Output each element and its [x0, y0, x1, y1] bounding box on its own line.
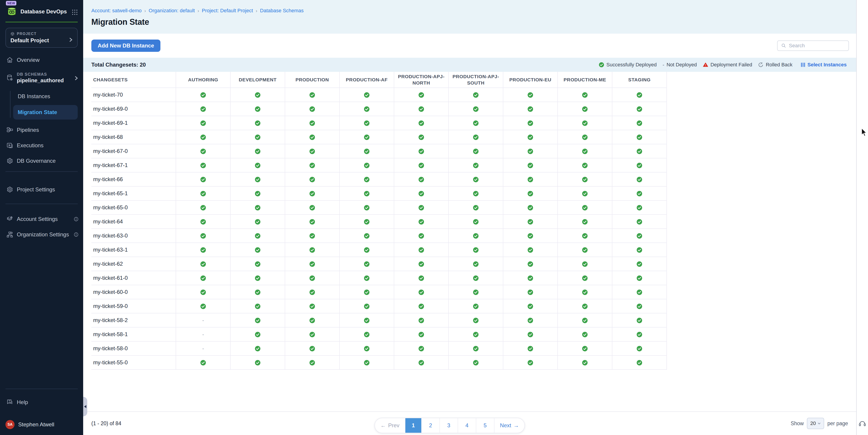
legend-bar: Total Changesets: 20 Successfully Deploy… — [83, 58, 856, 72]
add-new-db-instance-button[interactable]: Add New DB Instance — [91, 39, 160, 52]
project-name: Default Project — [10, 37, 73, 44]
prev-page-button[interactable]: ←Prev — [375, 418, 405, 433]
success-check-icon — [309, 134, 315, 140]
page-button-1[interactable]: 1 — [405, 418, 422, 433]
sidebar-item-pipelines[interactable]: Pipelines — [0, 122, 83, 138]
success-check-icon — [364, 205, 370, 211]
search-placeholder: Search — [789, 43, 805, 49]
status-deployed-cell — [176, 243, 230, 257]
page-size-select[interactable]: 20 — [807, 418, 824, 429]
status-deployed-cell — [285, 257, 339, 271]
status-deployed-cell — [503, 355, 558, 370]
page-button-5[interactable]: 5 — [476, 418, 494, 433]
status-deployed-cell — [176, 285, 230, 299]
status-deployed-cell — [448, 116, 503, 130]
project-selector[interactable]: PROJECT Default Project — [5, 28, 78, 48]
sidebar-item-migration-state[interactable]: Migration State — [13, 105, 78, 120]
sidebar-collapse-handle[interactable] — [83, 397, 87, 416]
sidebar-item-executions[interactable]: Executions — [0, 138, 83, 153]
status-deployed-cell — [612, 158, 667, 172]
success-check-icon — [255, 233, 260, 239]
status-deployed-cell — [176, 355, 230, 370]
changeset-name: my-ticket-67-1 — [91, 158, 176, 172]
success-check-icon — [473, 317, 479, 323]
info-icon[interactable] — [73, 232, 79, 237]
breadcrumb-link[interactable]: Account: satwell-demo — [91, 8, 142, 13]
info-icon[interactable] — [73, 217, 79, 222]
success-check-icon — [473, 247, 479, 253]
success-check-icon — [418, 289, 424, 295]
success-check-icon — [255, 275, 260, 281]
success-check-icon — [637, 134, 642, 140]
success-check-icon — [200, 120, 206, 126]
sidebar-item-organization-settings[interactable]: Organization Settings — [0, 227, 83, 242]
breadcrumb-link[interactable]: Project: Default Project — [202, 8, 253, 13]
sidebar-item-help[interactable]: ? Help — [0, 395, 83, 410]
show-label: Show — [791, 421, 804, 427]
breadcrumb-link[interactable]: Organization: default — [149, 8, 195, 13]
mouse-cursor — [861, 128, 868, 138]
status-deployed-cell — [176, 229, 230, 243]
status-deployed-cell — [503, 130, 558, 144]
search-input[interactable]: Search — [777, 40, 849, 51]
cube-icon — [10, 32, 14, 36]
pager: ←Prev12345Next→ — [374, 418, 525, 433]
legend-label: Deployment Failed — [711, 62, 752, 68]
status-deployed-cell — [285, 172, 339, 186]
success-check-icon — [418, 205, 424, 211]
page-button-3[interactable]: 3 — [440, 418, 458, 433]
status-deployed-cell — [230, 313, 285, 327]
success-check-icon — [418, 191, 424, 196]
status-deployed-cell — [339, 285, 394, 299]
success-check-icon — [309, 92, 315, 98]
support-headset-icon[interactable] — [859, 420, 866, 427]
status-deployed-cell — [448, 299, 503, 313]
user-name: Stephen Atwell — [18, 422, 54, 428]
status-deployed-cell — [448, 229, 503, 243]
success-check-icon — [309, 233, 315, 239]
sidebar-item-account-settings[interactable]: Account Settings — [0, 211, 83, 227]
status-deployed-cell — [612, 313, 667, 327]
sidebar-item-project-settings[interactable]: Project Settings — [0, 182, 83, 197]
user-menu[interactable]: SA Stephen Atwell — [0, 415, 83, 434]
sidebar-item-db-governance[interactable]: DB Governance — [0, 153, 83, 168]
apps-grid-icon[interactable] — [72, 9, 78, 14]
help-chat-icon: ? — [6, 399, 13, 406]
changeset-name: my-ticket-63-0 — [91, 229, 176, 243]
success-check-icon — [200, 162, 206, 168]
success-check-icon — [418, 106, 424, 112]
changeset-name: my-ticket-69-0 — [91, 102, 176, 116]
status-deployed-cell — [558, 144, 612, 158]
legend-label: Successfully Deployed — [607, 62, 657, 68]
status-deployed-cell — [230, 271, 285, 285]
page-button-2[interactable]: 2 — [422, 418, 440, 433]
status-deployed-cell — [612, 215, 667, 229]
app: NEW Database DevOps — [0, 0, 868, 435]
sidebar-item-db-schemas[interactable]: DB SCHEMAS pipeline_authored — [0, 68, 83, 88]
success-check-icon — [527, 303, 533, 309]
success-check-icon — [309, 205, 315, 211]
columns-icon — [801, 62, 805, 67]
success-check-icon — [255, 106, 260, 112]
page-button-4[interactable]: 4 — [458, 418, 476, 433]
status-deployed-cell — [612, 116, 667, 130]
success-check-icon — [309, 191, 315, 196]
status-deployed-cell — [339, 229, 394, 243]
sidebar-item-db-instances[interactable]: DB Instances — [13, 89, 78, 104]
success-check-icon — [255, 162, 260, 168]
success-check-icon — [255, 303, 260, 309]
per-page-label: per page — [827, 421, 848, 427]
success-check-icon — [527, 261, 533, 267]
sidebar-item-overview[interactable]: Overview — [0, 52, 83, 68]
status-deployed-cell — [230, 172, 285, 186]
success-check-icon — [200, 148, 206, 154]
success-check-icon — [473, 92, 479, 98]
next-page-button[interactable]: Next→ — [494, 418, 524, 433]
status-deployed-cell — [230, 215, 285, 229]
status-deployed-cell — [503, 285, 558, 299]
select-instances-button[interactable]: Select Instances — [801, 62, 847, 68]
status-deployed-cell — [176, 257, 230, 271]
breadcrumb-link[interactable]: Database Schemas — [260, 8, 304, 13]
success-check-icon — [418, 346, 424, 351]
success-check-icon — [582, 360, 588, 366]
